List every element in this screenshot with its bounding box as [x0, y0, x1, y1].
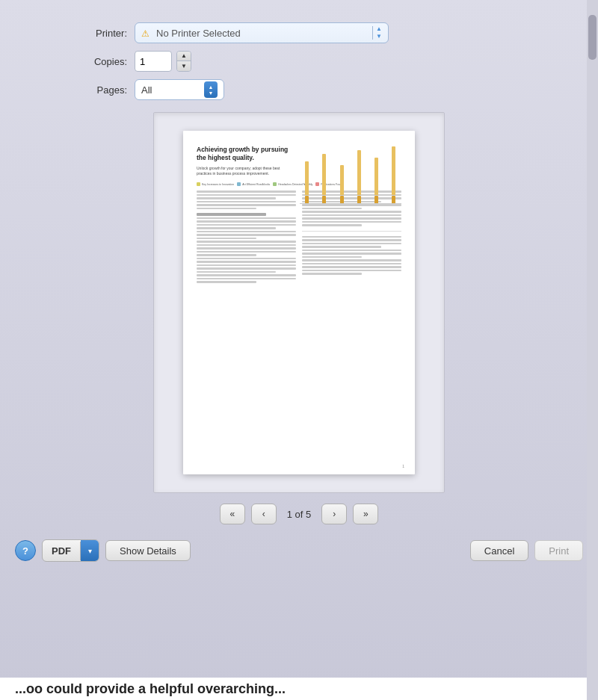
cancel-button[interactable]: Cancel	[470, 540, 528, 561]
pages-label: Pages:	[67, 84, 127, 96]
next-page-button[interactable]: ›	[321, 504, 347, 524]
first-page-button[interactable]: «	[220, 504, 245, 524]
last-page-button[interactable]: »	[353, 504, 378, 524]
print-dialog: Printer: No Printer Selected ▲ ▼ Copies:…	[0, 0, 598, 700]
bar-4	[351, 144, 366, 203]
copies-input-group: ▲ ▼	[135, 51, 191, 72]
bar-1	[300, 144, 315, 203]
pages-arrows[interactable]: ▲ ▼	[204, 81, 218, 98]
bar-2	[317, 144, 332, 203]
pages-select[interactable]: All ▲ ▼	[135, 79, 224, 100]
preview-title: Achieving growth by pursuing the highest…	[197, 146, 295, 162]
bottom-toolbar: ? PDF ▾ Show Details Cancel Print	[15, 539, 583, 562]
printer-label: Printer:	[67, 28, 127, 39]
copies-row: Copies: ▲ ▼	[67, 51, 531, 72]
bar-5	[369, 144, 384, 203]
copies-label: Copies:	[67, 56, 127, 67]
pages-row: Pages: All ▲ ▼	[67, 79, 531, 100]
printer-select-text: No Printer Selected	[141, 28, 369, 39]
printer-row: Printer: No Printer Selected ▲ ▼	[67, 22, 531, 43]
preview-columns	[197, 191, 401, 285]
bar-6	[386, 144, 401, 203]
page-navigation: « ‹ 1 of 5 › »	[220, 504, 379, 524]
legend-2: Art Efficient Roadblocks	[237, 182, 270, 186]
printer-stepper[interactable]: ▲ ▼	[372, 26, 382, 40]
pdf-arrow-icon: ▾	[88, 547, 92, 555]
preview-area: Achieving growth by pursuing the highest…	[153, 112, 445, 493]
page-indicator: 1 of 5	[283, 509, 316, 520]
bottom-text-strip: ...oo could provide a helpful overarchin…	[0, 678, 587, 700]
pdf-dropdown-button[interactable]: ▾	[81, 540, 99, 561]
preview-col-1	[197, 191, 296, 285]
copies-input[interactable]	[135, 51, 172, 72]
scrollbar	[587, 0, 598, 700]
copies-up-button[interactable]: ▲	[177, 52, 191, 61]
scrollbar-thumb[interactable]	[588, 15, 597, 60]
preview-chart-inner	[300, 144, 401, 204]
pages-up-arrow[interactable]: ▲	[209, 84, 214, 90]
page-preview: Achieving growth by pursuing the highest…	[183, 131, 415, 474]
preview-subtitle: Unlock growth for your company; adopt th…	[197, 166, 295, 176]
prev-page-button[interactable]: ‹	[251, 504, 277, 524]
printer-select[interactable]: No Printer Selected ▲ ▼	[135, 22, 389, 43]
preview-chart	[300, 144, 401, 204]
print-button[interactable]: Print	[534, 540, 583, 561]
preview-page-number: 1	[402, 464, 404, 468]
pages-select-text: All	[141, 84, 204, 96]
bar-3	[334, 144, 349, 203]
form-area: Printer: No Printer Selected ▲ ▼ Copies:…	[67, 22, 531, 100]
show-details-button[interactable]: Show Details	[105, 540, 191, 561]
pdf-button[interactable]: PDF	[43, 542, 81, 560]
copies-down-button[interactable]: ▼	[177, 61, 191, 71]
preview-col-2	[302, 191, 401, 285]
copies-spinner[interactable]: ▲ ▼	[176, 51, 191, 72]
pdf-group: PDF ▾	[42, 539, 99, 562]
printer-down-arrow[interactable]: ▼	[376, 33, 382, 40]
legend-1: Key Increases to Innovation	[197, 182, 234, 186]
help-button[interactable]: ?	[15, 540, 36, 561]
pages-down-arrow[interactable]: ▼	[209, 90, 214, 96]
warning-icon	[141, 28, 152, 38]
printer-up-arrow[interactable]: ▲	[376, 25, 382, 33]
